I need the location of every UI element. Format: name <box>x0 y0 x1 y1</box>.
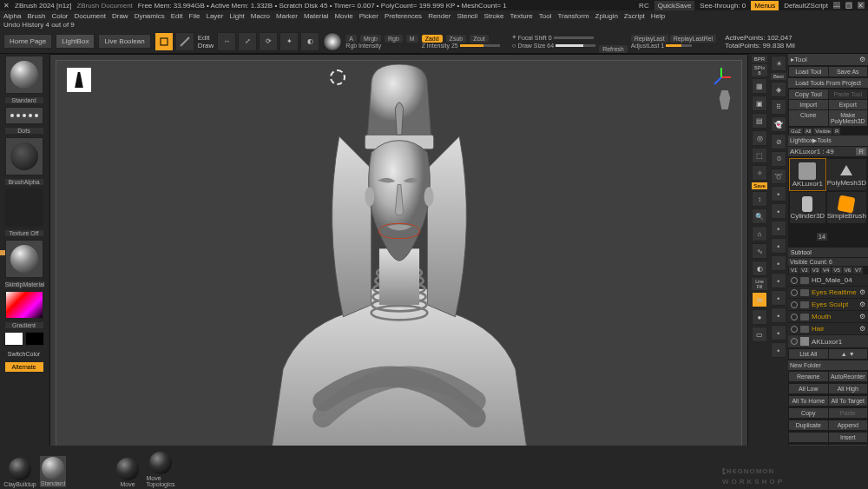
spix-button[interactable]: SPix 8 <box>752 64 767 76</box>
perspective-icon[interactable]: ▣ <box>752 96 767 111</box>
minimize-icon[interactable]: — <box>833 2 840 9</box>
new-folder-button[interactable]: New Folder <box>788 360 868 370</box>
tool-extra[interactable] <box>789 227 815 246</box>
save-as-button[interactable]: Save As <box>829 67 868 76</box>
cl-1-icon[interactable]: ▪ <box>771 186 786 202</box>
menu-item[interactable]: Stroke <box>483 12 503 20</box>
actual-icon[interactable]: ⌂ <box>752 226 767 241</box>
view-icon[interactable]: ▦ <box>752 78 767 94</box>
zadd-button[interactable]: Zadd <box>422 35 443 43</box>
poly-icon[interactable]: ◈ <box>771 82 786 97</box>
alllow-button[interactable]: All Low <box>789 384 828 393</box>
export-button[interactable]: Export <box>829 100 868 109</box>
frame-icon[interactable]: ⬚ <box>752 148 767 163</box>
cl-5-icon[interactable]: ▪ <box>771 255 786 271</box>
sculpt-mesh[interactable] <box>239 64 560 467</box>
zcut-button[interactable]: Zcut <box>470 35 489 43</box>
tab-lightbox[interactable]: LightBox <box>56 34 95 49</box>
brush-claybuildup[interactable]: ClayBuildup <box>7 458 33 487</box>
menu-item[interactable]: Alpha <box>3 12 21 20</box>
goz-all-button[interactable]: All <box>804 128 813 135</box>
menu-item[interactable]: Texture <box>510 12 533 20</box>
bpr-button[interactable]: BPR <box>752 56 767 63</box>
gh-icon[interactable]: 👻 <box>771 116 786 132</box>
menu-item[interactable]: Light <box>229 12 244 20</box>
visibility-eye-icon[interactable] <box>791 338 798 345</box>
subtool-folder[interactable]: Eyes Realtime⚙ <box>788 287 868 298</box>
tool-polymesh[interactable]: PolyMesh3D <box>827 159 866 190</box>
copy-tool-button[interactable]: Copy Tool <box>789 89 828 99</box>
allhigh-button[interactable]: All High <box>829 384 868 393</box>
cl-6-icon[interactable]: ▪ <box>771 273 786 288</box>
canvas[interactable] <box>56 60 742 467</box>
visibility-eye-icon[interactable] <box>791 277 798 284</box>
black-swatch[interactable] <box>25 332 44 346</box>
mrgb-a[interactable]: A <box>345 35 357 43</box>
default-zscript[interactable]: DefaultZScript <box>784 2 828 10</box>
menu-item[interactable]: Transform <box>557 12 589 20</box>
scale-button[interactable]: ⤢ <box>238 32 257 51</box>
menu-item[interactable]: Tool <box>539 12 552 20</box>
cl-7-icon[interactable]: ▪ <box>771 290 786 306</box>
uv-tab[interactable]: V5 <box>832 267 841 274</box>
subtool-folder[interactable]: Hair⚙ <box>788 323 868 334</box>
sculptris-button[interactable]: ◐ <box>300 32 319 51</box>
menu-item[interactable]: Macro <box>251 12 270 20</box>
menu-item[interactable]: Color <box>51 12 68 20</box>
opacity-icon[interactable]: ◐ <box>752 261 767 276</box>
uv-tab[interactable]: V6 <box>843 267 852 274</box>
menu-item[interactable]: Help <box>651 12 665 20</box>
gear-icon[interactable]: ⚙ <box>859 313 865 320</box>
uv-tab[interactable]: V4 <box>821 267 831 274</box>
render-icon[interactable]: ☀ <box>771 56 786 71</box>
visibility-eye-icon[interactable] <box>791 314 798 320</box>
cl-9-icon[interactable]: ▪ <box>771 325 786 340</box>
color-corner-icon[interactable] <box>0 250 5 255</box>
color-picker[interactable] <box>5 291 43 319</box>
aahair-icon[interactable]: ∿ <box>752 243 767 259</box>
brush-move[interactable]: Move <box>115 458 141 487</box>
make-polymesh-button[interactable]: Make PolyMesh3D <box>829 110 868 126</box>
uv-tab[interactable]: V3 <box>811 267 820 274</box>
focal-shift-slider[interactable]: Focal Shift 0 <box>518 35 552 41</box>
tool-simplebrush[interactable]: SimpleBrush <box>827 192 866 223</box>
duplicate-button[interactable]: Duplicate <box>789 420 828 430</box>
tool-header[interactable]: ▸ Tool ⚙ <box>788 54 868 65</box>
brush-standard[interactable]: Standard <box>40 456 66 487</box>
subtool-folder[interactable]: HD_Male_04 <box>788 274 868 286</box>
replay-last-rel-button[interactable]: ReplayLastRel <box>670 35 717 43</box>
rename-button[interactable]: Rename <box>789 372 828 381</box>
gear-icon[interactable]: ⚙ <box>859 288 865 296</box>
alpha-thumbnail[interactable] <box>5 137 43 175</box>
rotate-button[interactable]: ⟳ <box>259 32 278 51</box>
insert-button[interactable]: Insert <box>829 433 868 442</box>
gear-icon[interactable]: ⚙ <box>859 301 865 308</box>
menu-item[interactable]: Render <box>428 12 450 20</box>
gear-icon[interactable]: ⚙ <box>859 325 865 333</box>
adjust-last-slider[interactable]: AdjustLast 1 <box>631 43 665 49</box>
menus-button[interactable]: Menus <box>751 1 779 10</box>
uv-tab[interactable]: V2 <box>799 267 809 274</box>
gizmo3d-button[interactable]: ✦ <box>279 32 299 51</box>
lightbox-tools[interactable]: Lightbox▶Tools <box>788 135 868 146</box>
menu-item[interactable]: Preferences <box>385 12 422 20</box>
cl-10-icon[interactable]: ▪ <box>771 342 786 358</box>
brush-size-icon[interactable]: ○ <box>512 42 516 50</box>
menu-item[interactable]: Zscript <box>624 12 645 20</box>
cl-3-icon[interactable]: ▪ <box>771 221 786 236</box>
solo-icon[interactable]: ● <box>752 309 767 325</box>
best-button[interactable]: Best <box>771 73 786 80</box>
menu-item[interactable]: Zplugin <box>595 12 618 20</box>
pt-icon[interactable]: ⠿ <box>771 99 786 115</box>
cl-8-icon[interactable]: ▪ <box>771 307 786 323</box>
save-shortcut[interactable]: Save <box>752 182 767 189</box>
linefill-button[interactable]: Line Fill <box>752 278 767 290</box>
menu-item[interactable]: Document <box>75 12 106 20</box>
goz-visible-button[interactable]: Visible <box>813 128 832 135</box>
maximize-icon[interactable]: ▢ <box>845 2 852 9</box>
menu-item[interactable]: Marker <box>276 12 298 20</box>
refresh-button[interactable]: Refresh <box>599 45 628 53</box>
seethrough-label[interactable]: See-through: 0 <box>700 2 746 10</box>
mrgb-rgb[interactable]: Rgb <box>385 35 403 43</box>
material-thumbnail[interactable] <box>5 240 43 278</box>
